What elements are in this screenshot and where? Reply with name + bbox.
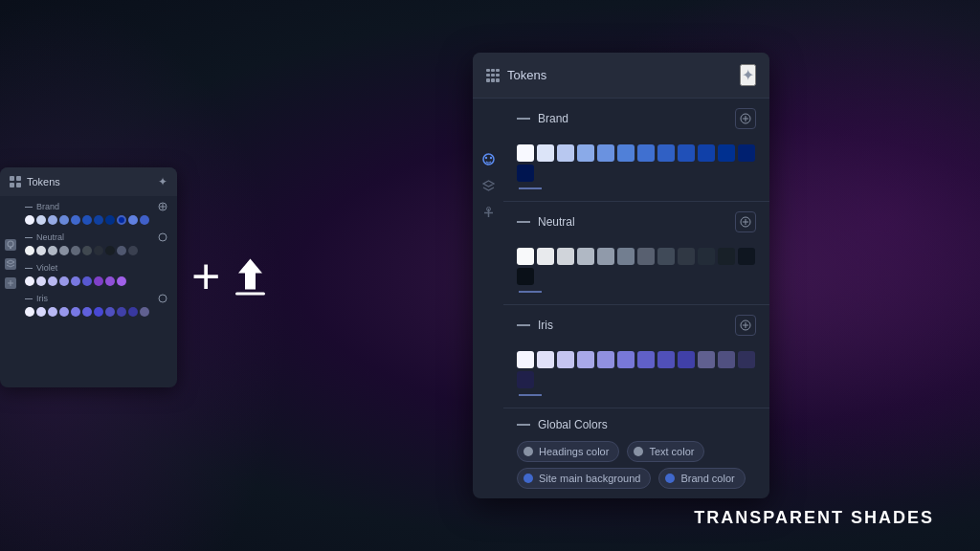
main-panel-header: Tokens ✦ bbox=[473, 53, 769, 99]
site-bg-chip[interactable]: Site main background bbox=[517, 468, 651, 489]
layers-icon[interactable] bbox=[480, 178, 496, 193]
sp-brand-add[interactable] bbox=[158, 202, 167, 211]
global-dash bbox=[517, 424, 530, 426]
neutral-swatch-12[interactable] bbox=[738, 248, 755, 265]
neutral-swatch-8[interactable] bbox=[657, 248, 675, 265]
main-panel-body: Brand bbox=[503, 99, 769, 498]
iris-swatch-4[interactable] bbox=[577, 351, 594, 368]
iris-swatch-12[interactable] bbox=[738, 351, 755, 368]
settings-icon[interactable]: ✦ bbox=[158, 175, 167, 188]
brand-color-label: Brand color bbox=[680, 473, 734, 484]
site-bg-label: Site main background bbox=[539, 473, 640, 484]
brand-add-button[interactable] bbox=[735, 108, 756, 129]
main-panel-title: Tokens bbox=[507, 68, 546, 82]
brand-swatch-3[interactable] bbox=[557, 144, 574, 162]
brand-title: Brand bbox=[538, 112, 568, 125]
paint-palette-icon[interactable] bbox=[480, 151, 496, 166]
brand-swatch-11[interactable] bbox=[718, 144, 735, 162]
global-colors-title: Global Colors bbox=[538, 418, 608, 431]
sun-settings-button[interactable]: ✦ bbox=[740, 64, 756, 86]
brand-swatch-7[interactable] bbox=[637, 144, 655, 162]
iris-swatch-1[interactable] bbox=[517, 351, 534, 368]
brand-swatch-9[interactable] bbox=[678, 144, 695, 162]
anchor-icon[interactable] bbox=[5, 277, 16, 289]
anchor-icon[interactable] bbox=[480, 205, 496, 220]
brand-swatch-13[interactable] bbox=[517, 165, 534, 182]
brand-swatch-4[interactable] bbox=[577, 144, 594, 162]
iris-swatch-8[interactable] bbox=[657, 351, 675, 368]
brand-color-dot bbox=[665, 474, 675, 483]
main-panel: Tokens ✦ bbox=[473, 53, 769, 498]
neutral-add-button[interactable] bbox=[735, 211, 756, 232]
brand-dash bbox=[517, 118, 530, 120]
iris-swatch-7[interactable] bbox=[637, 351, 655, 368]
neutral-swatch-4[interactable] bbox=[577, 248, 594, 265]
text-color-label: Text color bbox=[649, 446, 694, 457]
iris-swatch-11[interactable] bbox=[718, 351, 735, 368]
sp-neutral-swatch-4 bbox=[59, 246, 69, 255]
sp-iris-add[interactable] bbox=[158, 294, 167, 303]
brand-swatch-6[interactable] bbox=[617, 144, 635, 162]
brand-swatches bbox=[517, 144, 756, 182]
iris-swatch-9[interactable] bbox=[678, 351, 695, 368]
neutral-swatch-5[interactable] bbox=[597, 248, 614, 265]
brand-swatch-8[interactable] bbox=[657, 144, 675, 162]
iris-swatch-3[interactable] bbox=[557, 351, 574, 368]
neutral-swatch-13[interactable] bbox=[517, 268, 534, 285]
brand-color-chip[interactable]: Brand color bbox=[658, 468, 745, 489]
headings-color-label: Headings color bbox=[539, 446, 609, 457]
sp-brand-title: Brand bbox=[25, 202, 59, 211]
neutral-title: Neutral bbox=[538, 215, 575, 229]
brand-swatch-5[interactable] bbox=[597, 144, 614, 162]
iris-swatch-6[interactable] bbox=[617, 351, 635, 368]
sp-iris-swatch-6 bbox=[82, 307, 92, 317]
sp-brand-swatch-3 bbox=[48, 215, 57, 225]
sp-brand-swatch-2 bbox=[36, 215, 46, 225]
text-color-chip[interactable]: Text color bbox=[627, 441, 704, 462]
sp-neutral-swatch-3 bbox=[48, 246, 57, 255]
sp-brand-colors bbox=[25, 215, 167, 225]
small-panel-sidebar bbox=[0, 231, 21, 297]
sp-brand-swatch-9 bbox=[117, 215, 126, 225]
sp-neutral-add[interactable] bbox=[158, 232, 167, 242]
sp-violet-title: Violet bbox=[25, 263, 57, 273]
sp-iris-swatch-1 bbox=[25, 307, 34, 317]
brand-swatch-1[interactable] bbox=[517, 144, 534, 162]
sp-brand-swatch-11 bbox=[140, 215, 149, 225]
sp-neutral-section: Neutral bbox=[25, 232, 167, 255]
iris-swatch-10[interactable] bbox=[698, 351, 715, 368]
iris-add-button[interactable] bbox=[735, 315, 756, 336]
neutral-swatch-1[interactable] bbox=[517, 248, 534, 265]
paint-icon[interactable] bbox=[5, 239, 16, 251]
neutral-swatch-3[interactable] bbox=[557, 248, 574, 265]
neutral-dash bbox=[517, 221, 530, 223]
sp-violet-swatch-8 bbox=[105, 276, 115, 286]
global-colors-header: Global Colors bbox=[517, 418, 756, 431]
headings-color-chip[interactable]: Headings color bbox=[517, 441, 619, 462]
sp-neutral-swatch-7 bbox=[94, 246, 103, 255]
neutral-color-row bbox=[503, 242, 769, 304]
small-panel-content: Brand bbox=[0, 196, 177, 330]
layers-icon[interactable] bbox=[5, 258, 16, 270]
iris-swatch-2[interactable] bbox=[537, 351, 554, 368]
neutral-swatch-10[interactable] bbox=[698, 248, 715, 265]
sp-neutral-title: Neutral bbox=[25, 232, 64, 242]
plus-sign: + bbox=[191, 251, 220, 300]
neutral-swatch-6[interactable] bbox=[617, 248, 635, 265]
brand-swatch-2[interactable] bbox=[537, 144, 554, 162]
iris-swatch-13[interactable] bbox=[517, 371, 534, 388]
iris-swatch-5[interactable] bbox=[597, 351, 614, 368]
sp-violet-swatch-6 bbox=[82, 276, 92, 286]
brand-swatch-12[interactable] bbox=[738, 144, 755, 162]
neutral-swatch-11[interactable] bbox=[718, 248, 735, 265]
sp-violet-swatch-9 bbox=[117, 276, 126, 286]
sp-neutral-swatch-1 bbox=[25, 246, 34, 255]
sp-violet-colors bbox=[25, 276, 167, 286]
sp-violet-swatch-4 bbox=[59, 276, 69, 286]
sp-violet-swatch-3 bbox=[48, 276, 57, 286]
neutral-swatch-2[interactable] bbox=[537, 248, 554, 265]
neutral-swatch-7[interactable] bbox=[637, 248, 655, 265]
neutral-swatch-9[interactable] bbox=[678, 248, 695, 265]
iris-dash bbox=[517, 324, 530, 326]
brand-swatch-10[interactable] bbox=[698, 144, 715, 162]
